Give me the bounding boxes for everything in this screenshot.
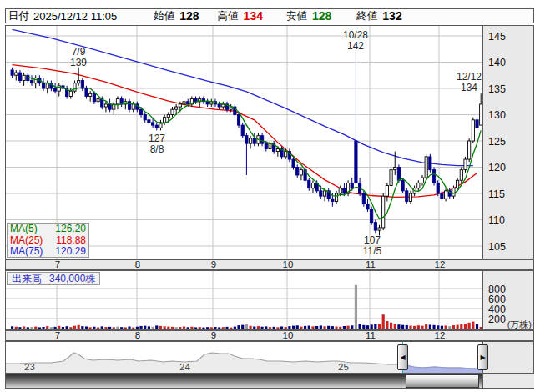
ma5-legend-row: MA(5) 126.20 <box>10 224 86 235</box>
close-label: 終値 <box>356 9 377 23</box>
quote-header: 日付 2025/12/12 11:05 始値 128 高値 134 安値 128… <box>5 8 534 23</box>
chart-annotation: 142 <box>347 40 364 52</box>
month-label: 12 <box>431 331 448 340</box>
chart-frame: 日付 2025/12/12 11:05 始値 128 高値 134 安値 128… <box>5 8 534 389</box>
stock-chart-widget: 日付 2025/12/12 11:05 始値 128 高値 134 安値 128… <box>0 0 545 392</box>
ma25-value: 118.88 <box>56 235 86 247</box>
svg-text:125: 125 <box>488 136 506 148</box>
svg-text:105: 105 <box>488 241 506 253</box>
month-label: 10 <box>280 331 296 340</box>
range-handle-left-button[interactable]: ◀ <box>397 344 408 370</box>
low-value: 128 <box>312 9 331 23</box>
svg-text:120: 120 <box>488 162 506 173</box>
year-label: 25 <box>338 362 349 372</box>
ma75-label: MA(75) <box>10 246 43 258</box>
month-label: 11 <box>362 260 379 269</box>
range-handle-right-button[interactable]: ▶ <box>477 344 488 370</box>
high-label: 高値 <box>218 9 239 23</box>
month-label: 7 <box>49 260 66 269</box>
ma25-legend-row: MA(25) 118.88 <box>10 235 86 247</box>
x-axis-months-top: 789101112 <box>5 259 534 270</box>
date-value: 2025/12/12 11:05 <box>33 10 117 23</box>
arrow-right-icon: ▶ <box>480 354 485 361</box>
scrollbar-thumb[interactable] <box>406 374 479 388</box>
low-label: 安値 <box>286 9 307 23</box>
close-value: 132 <box>382 9 401 23</box>
chart-annotation: 134 <box>461 82 477 93</box>
volume-value: 340,000株 <box>49 273 95 284</box>
range-navigator[interactable]: 232425 <box>5 341 534 374</box>
svg-text:135: 135 <box>488 83 506 95</box>
ma25-label: MA(25) <box>10 235 43 247</box>
svg-text:140: 140 <box>488 57 506 68</box>
year-label: 24 <box>179 362 190 372</box>
svg-text:115: 115 <box>488 188 505 200</box>
volume-label-box: 出来高 340,000株 <box>7 272 100 285</box>
month-label: 10 <box>280 260 296 269</box>
chart-annotation: 11/5 <box>363 245 382 257</box>
open-value: 128 <box>179 9 199 23</box>
month-label: 11 <box>362 331 379 340</box>
x-axis-months-bottom: 789101112 <box>5 330 534 341</box>
svg-text:110: 110 <box>488 214 505 226</box>
ma75-value: 120.29 <box>55 246 86 258</box>
open-label: 始値 <box>154 9 174 23</box>
month-label: 9 <box>205 331 222 340</box>
volume-unit-label: (万株) <box>507 319 532 329</box>
year-label: 23 <box>24 362 35 372</box>
volume-label: 出来高 <box>12 273 42 284</box>
arrow-left-icon: ◀ <box>400 354 405 361</box>
svg-text:145: 145 <box>488 31 506 43</box>
ma5-value: 126.20 <box>55 224 86 235</box>
scrollbar-filler <box>482 374 534 388</box>
svg-text:200: 200 <box>488 314 506 325</box>
svg-text:130: 130 <box>488 109 506 121</box>
ma-legend: MA(5) 126.20 MA(25) 118.88 MA(75) 120.29 <box>7 223 89 258</box>
month-label: 7 <box>49 331 66 340</box>
ma5-label: MA(5) <box>10 224 38 235</box>
ma75-legend-row: MA(75) 120.29 <box>10 246 86 258</box>
month-label: 8 <box>129 260 146 269</box>
chart-annotation: 8/8 <box>150 143 164 155</box>
month-label: 9 <box>205 260 222 269</box>
date-label: 日付 <box>8 9 29 23</box>
month-label: 12 <box>431 260 448 269</box>
scrollbar[interactable] <box>5 374 534 389</box>
high-value: 134 <box>244 9 263 23</box>
month-label: 8 <box>129 331 146 340</box>
chart-annotation: 139 <box>70 57 87 68</box>
